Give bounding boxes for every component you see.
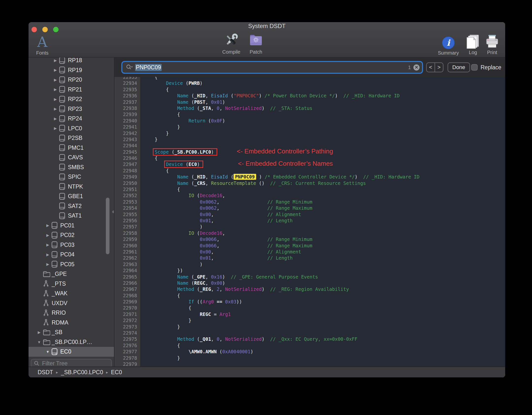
tree-item-RP23[interactable]: ▶RP23 [29,104,114,114]
disclosure-right-icon[interactable]: ▶ [52,87,59,92]
disclosure-right-icon[interactable]: ▶ [44,252,51,257]
line-number: 22961 [114,249,140,255]
fonts-button[interactable]: A Fonts [32,31,52,56]
clear-search-icon[interactable]: ✕ [413,64,420,71]
tree-item-NTPK[interactable]: NTPK [29,182,114,192]
tree-item-GBE1[interactable]: GBE1 [29,192,114,201]
disclosure-right-icon[interactable]: ▶ [52,126,59,131]
tree-item-PC01[interactable]: ▶PC01 [29,221,114,231]
tree-item-RP24[interactable]: ▶RP24 [29,114,114,124]
line-number: 22954 [114,205,140,211]
code-line-22956: 22956 0x01, // Length [114,218,505,224]
find-next-button[interactable]: > [435,63,443,72]
line-number: 22949 [114,174,140,180]
disclosure-right-icon[interactable]: ▶ [44,243,51,247]
code-editor[interactable]: 22933 {22934 Device (PWRB)22935 {22936 N… [114,77,505,367]
tree-item-label: RP21 [68,86,82,93]
search-magnifier-icon[interactable] [126,64,133,71]
tree-item-_PTS[interactable]: _PTS [29,279,114,289]
code-line-22967: 22967 Method (_REG, 2, NotSerialized) //… [114,286,505,292]
disclosure-right-icon[interactable]: ▶ [52,117,59,121]
disclosure-right-icon[interactable]: ▶ [44,223,51,228]
tree-item-PC02[interactable]: ▶PC02 [29,230,114,240]
tree-item-CAVS[interactable]: CAVS [29,153,114,163]
tree-item-label: PC03 [60,242,75,248]
tree-item-LPC0[interactable]: ▶LPC0 [29,124,114,133]
tree-item-RP21[interactable]: ▶RP21 [29,85,114,95]
search-input[interactable]: PNP0C09 1 ✕ [122,62,422,73]
search-query-text: PNP0C09 [135,64,162,71]
compile-button[interactable]: Compile [219,30,244,55]
disclosure-right-icon[interactable]: ▶ [52,58,59,63]
tree-item-EC0[interactable]: ▼EC0 [29,347,114,357]
code-line-22949: 22949 Name (_HID, EisaId (PNP0C09 ) /* E… [114,174,505,180]
replace-toggle[interactable]: Replace [471,62,501,72]
folder-icon [43,329,52,335]
tree-item-label: GBE1 [68,193,83,200]
sidebar-scrollbar-thumb[interactable] [106,198,110,254]
tree-item-_SB[interactable]: ▶_SB [29,327,114,337]
dsdt-tree[interactable]: ▶RP18▶RP19▶RP20▶RP21▶RP22▶RP23▶RP24▶LPC0… [29,58,114,357]
breadcrumb-item-DSDT[interactable]: DSDT [38,369,53,376]
filter-tree-field[interactable]: Filter Tree [31,359,112,367]
disclosure-right-icon[interactable]: ▶ [35,330,43,335]
line-number: 22956 [114,218,140,224]
tree-item-_GPE[interactable]: _GPE [29,269,114,279]
code-viewport[interactable]: 22933 {22934 Device (PWRB)22935 {22936 N… [114,77,505,367]
code-line-22951: 22951 { [114,186,505,193]
tree-item-RDMA[interactable]: RDMA [29,318,114,328]
breadcrumb-item-EC0[interactable]: EC0 [111,369,122,376]
patch-button[interactable]: Patch [244,30,268,55]
tree-item-SMBS[interactable]: SMBS [29,163,114,172]
code-line-22963: 22963 ) [114,261,505,267]
tree-item-RRIO[interactable]: RRIO [29,308,114,318]
method-icon [43,299,52,307]
device-icon [59,212,68,220]
editor-pane: PNP0C09 1 ✕ < > Done Replace 22933 {2293… [114,58,505,367]
disclosure-right-icon[interactable]: ▶ [44,262,51,267]
line-number: 22965 [114,274,140,280]
tree-item-RP18[interactable]: ▶RP18 [29,58,114,65]
disclosure-right-icon[interactable]: ▶ [52,107,59,111]
disclosure-right-icon[interactable]: ▶ [44,233,51,237]
tree-item-SAT2[interactable]: SAT2 [29,201,114,211]
tree-item-PC05[interactable]: ▶PC05 [29,260,114,269]
breadcrumb: DSDT▸_SB.PC00.LPC0▸EC0 [29,367,505,377]
tree-item-label: _GPE [52,271,67,277]
tree-item-P2SB[interactable]: P2SB [29,133,114,143]
device-icon [59,115,68,122]
line-number: 22935 [114,87,140,93]
tree-item-PC03[interactable]: ▶PC03 [29,240,114,250]
breadcrumb-item-_SBPC00LPC0[interactable]: _SB.PC00.LPC0 [61,369,103,376]
disclosure-right-icon[interactable]: ▶ [52,78,59,82]
tree-item-PC04[interactable]: ▶PC04 [29,250,114,260]
tree-item-label: LPC0 [68,125,82,132]
tree-item-RP22[interactable]: ▶RP22 [29,94,114,104]
code-line-22958: 22958 IO (Decode16, [114,230,505,236]
line-number: 22973 [114,324,140,330]
disclosure-right-icon[interactable]: ▶ [52,68,59,72]
tree-item-label: PC01 [60,222,75,229]
log-button[interactable]: Log [463,31,483,55]
done-button[interactable]: Done [448,62,470,72]
annotation-red-box: Device (EC0) [166,162,200,167]
replace-checkbox[interactable] [471,64,478,71]
disclosure-down-icon[interactable]: ▼ [35,340,43,344]
tree-item-RP20[interactable]: ▶RP20 [29,75,114,85]
tree-item-label: RP20 [68,76,82,83]
tree-item-label: _SB [52,329,62,336]
print-button[interactable]: Print [482,31,502,55]
tree-item-_WAK[interactable]: _WAK [29,289,114,298]
tree-item-SPIC[interactable]: SPIC [29,172,114,182]
disclosure-down-icon[interactable]: ▼ [44,350,51,354]
tree-item-PMC1[interactable]: PMC1 [29,143,114,153]
disclosure-right-icon[interactable]: ▶ [52,97,59,102]
tree-item-UXDV[interactable]: UXDV [29,298,114,308]
summary-button[interactable]: i Summary [436,31,461,56]
splitter-handle[interactable] [112,210,114,213]
tree-item-_SBPC00LP[interactable]: ▼_SB.PC00.LP… [29,337,114,347]
find-previous-button[interactable]: < [427,63,435,72]
code-line-22945: 22945 Scope (_SB.PC00.LPC0)<- Embedded C… [114,149,505,155]
tree-item-SAT1[interactable]: SAT1 [29,211,114,221]
tree-item-RP19[interactable]: ▶RP19 [29,65,114,75]
